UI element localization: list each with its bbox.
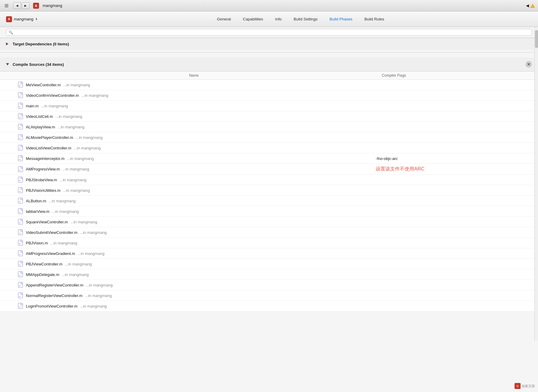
tab-capabilities[interactable]: Capabilities [237,15,269,23]
scrollbar-thumb[interactable] [535,30,538,48]
table-row[interactable]: SquareViewController.m ...in mangmang [0,217,538,227]
flags-cell[interactable] [376,227,538,238]
file-cell: VideoListViewController.m ...in mangmang [0,143,376,153]
file-name: PBJStrobeView.m [26,178,57,182]
table-row[interactable]: ALButton.m ...in mangmang [0,196,538,206]
table-row[interactable]: VideoConfirmViewController.m ...in mangm… [0,90,538,101]
file-location: ...in mangmang [70,220,97,224]
file-location: ...in mangmang [49,199,76,203]
titlebar: ⊞ ◀ ▶ A mangmang ◀ [0,0,538,11]
file-name: SquareViewController.m [26,220,68,224]
table-row[interactable]: NormalRegisterViewController.m ...in man… [0,290,538,301]
table-row[interactable]: PBJViewController.m ...in mangmang [0,259,538,269]
file-location: ...in mangmang [62,272,89,277]
tab-build-phases[interactable]: Build Phases [323,15,358,23]
close-section-button[interactable]: ✕ [525,61,532,68]
file-icon [18,219,23,225]
file-location: ...in mangmang [81,93,109,98]
file-name: tabbarView.m [26,209,50,214]
file-cell: tabbarView.m ...in mangmang [0,206,376,217]
file-location: ...in mangmang [85,293,112,298]
compile-sources-actions: ✕ [525,61,532,68]
flags-cell[interactable] [376,217,538,227]
file-name: AMProgressViewGradient.m [26,251,75,256]
flags-cell[interactable] [376,80,538,90]
table-row[interactable]: MMAppDelegate.m ...in mangmang [0,269,538,280]
table-row[interactable]: PBJVisionUtilities.m ...in mangmang [0,185,538,196]
target-dependencies-section[interactable]: Target Dependencies (0 items) [0,38,538,50]
file-cell: MessageInterceptor.m ...in mangmang [0,153,376,164]
file-name: main.m [26,104,39,108]
tab-info[interactable]: Info [269,15,288,23]
tab-general[interactable]: General [211,15,237,23]
flags-cell[interactable] [376,132,538,143]
flags-cell[interactable] [376,206,538,217]
target-dependencies-toggle [6,42,10,46]
file-cell: ALAirplayView.m ...in mangmang [0,122,376,132]
flags-cell[interactable] [376,196,538,206]
watermark-logo: 创 [515,383,521,389]
flags-cell[interactable]: -fno-objc-arc [376,153,538,164]
file-cell: PBJVision.m ...in mangmang [0,238,376,248]
search-input[interactable] [15,30,529,35]
table-row[interactable]: LoginPromotViewController.m ...in mangma… [0,301,538,311]
project-app-icon: A [6,16,12,22]
section-divider [0,52,538,53]
flags-cell[interactable] [376,111,538,122]
table-row[interactable]: ALAirplayView.m ...in mangmang [0,122,538,132]
file-icon [18,271,23,277]
flags-cell[interactable] [376,269,538,280]
flags-cell[interactable] [376,238,538,248]
table-row[interactable]: AMProgressViewGradient.m ...in mangmang [0,248,538,259]
compile-sources-toggle[interactable] [6,63,10,66]
table-row[interactable]: MeViewController.m ...in mangmang [0,80,538,90]
project-selector[interactable]: A mangmang ⬍ [6,16,60,22]
flags-cell[interactable] [376,122,538,132]
file-cell: SquareViewController.m ...in mangmang [0,217,376,227]
table-row[interactable]: main.m ...in mangmang [0,101,538,111]
compile-sources-title: Compile Sources (34 items) [13,62,64,67]
forward-button[interactable]: ▶ [22,2,29,9]
file-location: ...in mangmang [80,304,107,308]
file-location: ...in mangmang [67,156,94,161]
file-location: ...in mangmang [86,283,113,287]
flags-cell[interactable]: 设置该文件不使用ARC [376,164,538,175]
table-row[interactable]: PBJStrobeView.m ...in mangmang [0,175,538,185]
file-icon [18,208,23,214]
flags-cell[interactable] [376,143,538,153]
flags-cell[interactable] [376,259,538,269]
file-cell: AMProgressViewGradient.m ...in mangmang [0,248,376,259]
name-column-header: Name [0,72,376,80]
arc-note: 设置该文件不使用ARC [376,166,424,171]
window-title: mangmang [43,3,62,8]
tab-build-rules[interactable]: Build Rules [358,15,390,23]
file-name: AppendRegisterViewController.m [26,283,83,287]
file-name: VideoListCell.m [26,114,53,119]
back-button[interactable]: ◀ [13,2,21,9]
scrollbar[interactable] [534,27,538,341]
table-row[interactable]: VideoListViewController.m ...in mangmang [0,143,538,153]
flags-cell[interactable] [376,175,538,185]
flags-cell[interactable] [376,290,538,301]
table-row[interactable]: AppendRegisterViewController.m ...in man… [0,280,538,290]
tab-build-settings[interactable]: Build Settings [288,15,324,23]
flags-cell[interactable] [376,301,538,311]
file-location: ...in mangmang [76,135,103,140]
flags-cell[interactable] [376,101,538,111]
table-row[interactable]: AMProgressView.m ...in mangmang 设置该文件不使用… [0,164,538,175]
file-location: ...in mangmang [60,178,87,182]
file-icon [18,82,23,88]
flags-cell[interactable] [376,248,538,259]
table-row[interactable]: MessageInterceptor.m ...in mangmang -fno… [0,153,538,164]
flags-cell[interactable] [376,90,538,101]
flags-cell[interactable] [376,280,538,290]
table-row[interactable]: PBJVision.m ...in mangmang [0,238,538,248]
flags-cell[interactable] [376,185,538,196]
file-icon [18,187,23,193]
file-icon [18,177,23,183]
table-row[interactable]: VideoListCell.m ...in mangmang [0,111,538,122]
table-row[interactable]: tabbarView.m ...in mangmang [0,206,538,217]
table-row[interactable]: VideoSubmitViewController.m ...in mangma… [0,227,538,238]
table-row[interactable]: ALMoviePlayerController.m ...in mangmang [0,132,538,143]
file-icon [18,92,23,98]
